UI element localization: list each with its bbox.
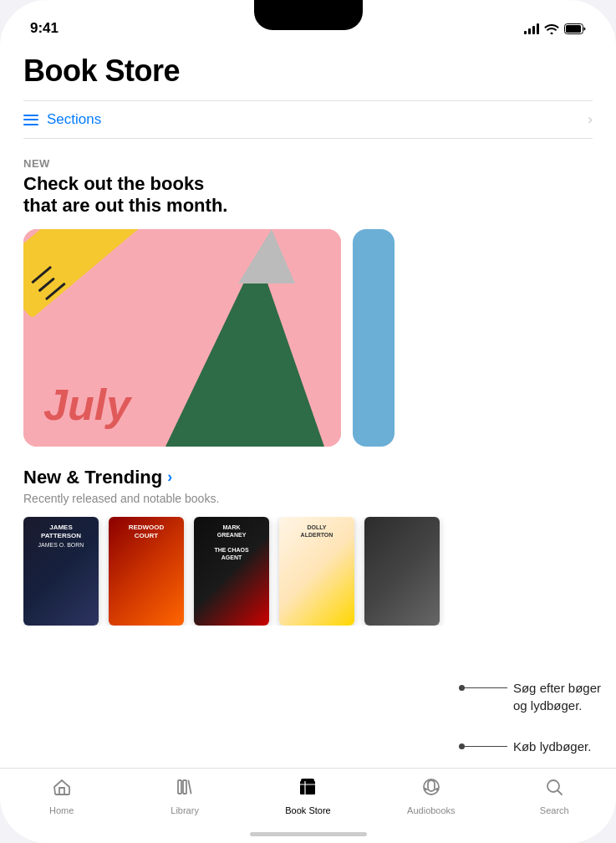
list-item[interactable] bbox=[364, 517, 440, 626]
sections-left[interactable]: Sections bbox=[23, 111, 101, 128]
home-icon bbox=[52, 777, 72, 802]
tab-home[interactable]: Home bbox=[28, 777, 95, 815]
tab-library-label: Library bbox=[171, 805, 199, 815]
tab-audiobooks-label: Audiobooks bbox=[407, 805, 456, 815]
library-icon bbox=[175, 777, 195, 802]
page-title: Book Store bbox=[23, 54, 593, 89]
tab-bookstore[interactable]: Book Store bbox=[274, 777, 341, 815]
hamburger-icon bbox=[23, 115, 38, 125]
notch bbox=[254, 0, 363, 30]
callout-container: Søg efter bøger og lydbøger. Køb lydbøge… bbox=[513, 679, 601, 755]
wifi-icon bbox=[544, 23, 559, 34]
featured-card-secondary[interactable] bbox=[353, 229, 395, 447]
list-item[interactable]: REDWOODCOURT bbox=[109, 517, 184, 626]
sections-bar[interactable]: Sections › bbox=[23, 100, 593, 139]
callout-text-2: Køb lydbøger. bbox=[513, 739, 591, 754]
section-title: New & Trending bbox=[23, 467, 162, 488]
status-time: 9:41 bbox=[30, 20, 59, 37]
status-icons bbox=[524, 23, 586, 34]
section-header: New & Trending › bbox=[23, 467, 593, 488]
phone-frame: 9:41 Book Store bbox=[0, 0, 616, 843]
tab-search[interactable]: Search bbox=[521, 777, 588, 815]
svg-point-5 bbox=[424, 779, 439, 794]
callout-text-1: Søg efter bøger og lydbøger. bbox=[513, 681, 601, 713]
tab-audiobooks[interactable]: Audiobooks bbox=[398, 777, 465, 815]
tab-search-label: Search bbox=[540, 805, 569, 815]
tab-home-label: Home bbox=[49, 805, 74, 815]
cards-row: July bbox=[23, 229, 593, 447]
new-trending-section: New & Trending › Recently released and n… bbox=[23, 467, 593, 626]
sections-label: Sections bbox=[47, 111, 101, 128]
svg-rect-4 bbox=[300, 781, 315, 794]
section-arrow-icon: › bbox=[167, 468, 172, 486]
chevron-right-icon: › bbox=[588, 111, 593, 128]
home-indicator bbox=[250, 832, 367, 836]
svg-rect-2 bbox=[178, 780, 181, 794]
featured-section: NEW Check out the booksthat are out this… bbox=[23, 157, 593, 447]
battery-icon bbox=[564, 23, 586, 34]
books-row: JAMESPATTERSONJAMES O. BORN REDWOODCOURT… bbox=[23, 517, 593, 626]
list-item[interactable]: JAMESPATTERSONJAMES O. BORN bbox=[23, 517, 99, 626]
svg-rect-3 bbox=[183, 780, 186, 794]
card-artwork: July bbox=[23, 229, 341, 447]
list-item[interactable]: MARKGREANEYTHE CHAOSAGENT bbox=[194, 517, 269, 626]
featured-card-main[interactable]: July bbox=[23, 229, 341, 447]
july-text: July bbox=[43, 380, 130, 430]
list-item[interactable]: DOLLYALDERTON bbox=[279, 517, 354, 626]
search-icon bbox=[544, 777, 564, 802]
main-content: Book Store Sections › NEW Check out the … bbox=[0, 45, 616, 768]
tab-library[interactable]: Library bbox=[151, 777, 218, 815]
signal-icon bbox=[524, 23, 539, 34]
section-subtitle: Recently released and notable books. bbox=[23, 492, 593, 505]
svg-rect-1 bbox=[566, 25, 581, 33]
bookstore-icon bbox=[298, 777, 318, 802]
featured-tag: NEW bbox=[23, 157, 593, 170]
tab-bookstore-label: Book Store bbox=[285, 805, 330, 815]
featured-title: Check out the booksthat are out this mon… bbox=[23, 173, 593, 217]
audiobooks-icon bbox=[421, 777, 441, 802]
